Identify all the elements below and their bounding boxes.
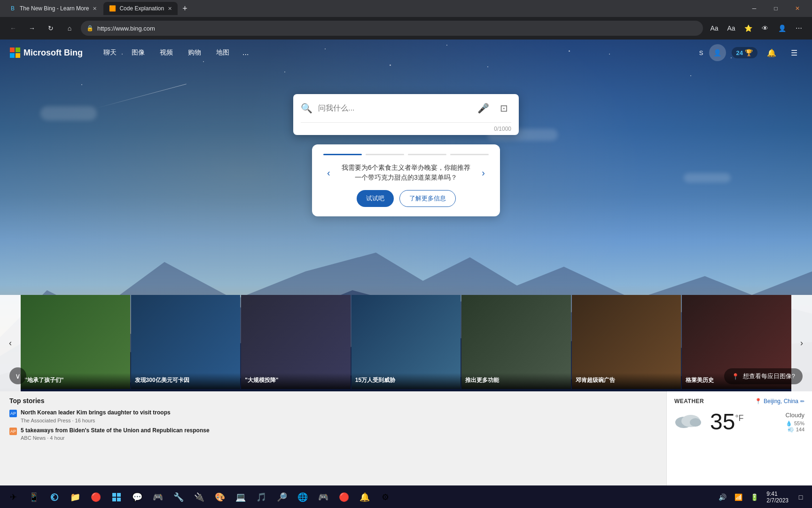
taskbar-tools-icon[interactable]: 🔧 xyxy=(169,488,188,507)
prompt-card-content: ‹ 我需要为6个素食主义者举办晚宴，你能推荐一个带巧克力甜点的3道菜菜单吗？ › xyxy=(323,163,489,183)
news-card-6[interactable]: 邓肯超级碗广告 xyxy=(572,295,681,389)
taskbar-volume-icon[interactable]: 🔊 xyxy=(715,490,730,505)
taskbar-notification-icon[interactable]: 🔔 xyxy=(355,488,374,507)
svg-rect-10 xyxy=(117,498,121,501)
camera-search-button[interactable]: ⊡ xyxy=(496,101,511,116)
user-avatar-button[interactable]: 👤 xyxy=(709,44,726,61)
bing-nav-links: 聊天 图像 视频 购物 地图 ... xyxy=(97,45,253,61)
notifications-button[interactable]: 🔔 xyxy=(763,44,780,61)
address-bar[interactable]: 🔒 https://www.bing.com xyxy=(81,21,703,36)
new-tab-button[interactable]: + xyxy=(179,4,191,14)
news-card-5[interactable]: 推出更多功能 xyxy=(461,295,571,389)
taskbar-chat-icon[interactable]: 💬 xyxy=(128,488,147,507)
settings-button[interactable]: ⋯ xyxy=(791,21,806,36)
back-button[interactable]: ← xyxy=(6,21,21,36)
news-card-1[interactable]: "地承了孩子们" xyxy=(21,295,130,389)
account-button[interactable]: 👤 xyxy=(774,21,789,36)
read-aloud-button[interactable]: Aa xyxy=(707,21,722,36)
taskbar-search-icon[interactable]: 🔎 xyxy=(273,488,291,507)
close-button[interactable]: ✕ xyxy=(787,0,808,17)
view-image-label: 想查看每应日图像? xyxy=(743,372,795,381)
news-card-title-3: "大规模投降" xyxy=(245,377,347,384)
nav-maps[interactable]: 地图 xyxy=(210,45,236,61)
taskbar-battery-icon[interactable]: 🔋 xyxy=(747,490,762,505)
forward-button[interactable]: → xyxy=(24,21,39,36)
taskbar-computer-icon[interactable]: 💻 xyxy=(231,488,250,507)
search-counter: 0/1000 xyxy=(494,126,511,132)
immersive-reader-button[interactable]: Aa xyxy=(724,21,739,36)
search-area: 🔍 🎤 ⊡ 0/1000 ‹ 我需要为6个素食主义者举办晚宴，你能推荐一个带巧克… xyxy=(0,94,812,216)
taskbar-explorer-icon[interactable]: 📁 xyxy=(66,488,85,507)
favorites-button[interactable]: ⭐ xyxy=(741,21,756,36)
news-card-overlay-5: 推出更多功能 xyxy=(461,373,571,389)
taskbar-red-icon-1[interactable]: 🔴 xyxy=(86,488,105,507)
try-it-button[interactable]: 试试吧 xyxy=(357,190,394,207)
taskbar-edge-icon[interactable] xyxy=(45,488,64,507)
taskbar-show-desktop[interactable]: □ xyxy=(793,490,808,505)
prompt-prev-arrow[interactable]: ‹ xyxy=(323,164,334,182)
news-card-title-5: 推出更多功能 xyxy=(465,377,567,384)
edit-location-icon[interactable]: ✏ xyxy=(800,398,804,405)
lock-icon: 🔒 xyxy=(86,25,94,32)
svg-point-6 xyxy=(690,418,701,427)
weather-location[interactable]: 📍 Beijing, China ✏ xyxy=(755,398,804,405)
search-input[interactable] xyxy=(318,104,470,112)
taskbar-airplane-icon[interactable]: ✈ xyxy=(4,488,23,507)
svg-rect-8 xyxy=(117,493,121,497)
nav-chat[interactable]: 聊天 xyxy=(97,45,123,61)
taskbar-art-icon[interactable]: 🎨 xyxy=(211,488,229,507)
maximize-button[interactable]: □ xyxy=(765,0,787,17)
svg-rect-1 xyxy=(16,48,20,52)
home-button[interactable]: ⌂ xyxy=(62,21,77,36)
nav-more-button[interactable]: ... xyxy=(238,45,253,61)
nav-videos[interactable]: 视频 xyxy=(153,45,180,61)
top-stories-panel: Top stories AP North Korean leader Kim b… xyxy=(0,391,666,485)
tab-close-bing[interactable]: ✕ xyxy=(93,6,97,12)
microsoft-icon xyxy=(9,47,21,58)
weather-header: WEATHER 📍 Beijing, China ✏ xyxy=(674,398,804,405)
taskbar-network-icon[interactable]: 📶 xyxy=(731,490,746,505)
news-card-4[interactable]: 15万人受到威胁 xyxy=(351,295,461,389)
story-item-1[interactable]: AP North Korean leader Kim brings daught… xyxy=(9,409,657,423)
taskbar-globe-icon[interactable]: 🌐 xyxy=(293,488,312,507)
refresh-button[interactable]: ↻ xyxy=(43,21,58,36)
tab-code-explanation[interactable]: 🟧 Code Explanation ✕ xyxy=(103,2,178,15)
taskbar-windows-icon[interactable] xyxy=(107,488,126,507)
news-card-2[interactable]: 发现300亿美元可卡因 xyxy=(131,295,241,389)
story-item-2[interactable]: AP 5 takeaways from Biden's State of the… xyxy=(9,427,657,441)
tab-close-code[interactable]: ✕ xyxy=(168,6,172,12)
nav-images[interactable]: 图像 xyxy=(125,45,151,61)
nav-shopping[interactable]: 购物 xyxy=(181,45,208,61)
weather-description: Cloudy xyxy=(786,412,804,419)
bing-logo[interactable]: Microsoft Bing xyxy=(9,47,83,58)
minimize-button[interactable]: ─ xyxy=(743,0,765,17)
collections-button[interactable]: 👁 xyxy=(757,21,773,36)
tab-label-code: Code Explanation xyxy=(119,5,164,12)
top-stories-title: Top stories xyxy=(9,397,657,405)
weather-unit: °F xyxy=(735,413,743,423)
tab-bar: B The New Bing - Learn More ✕ 🟧 Code Exp… xyxy=(0,0,812,17)
taskbar-game-icon[interactable]: 🎮 xyxy=(148,488,167,507)
taskbar-music-icon[interactable]: 🎵 xyxy=(252,488,271,507)
taskbar-settings-icon[interactable]: ⚙ xyxy=(376,488,395,507)
news-card-3[interactable]: "大规模投降" xyxy=(241,295,351,389)
scroll-down-button[interactable]: ∨ xyxy=(9,367,26,384)
tab-favicon-bing: B xyxy=(9,5,16,12)
taskbar-plugin-icon[interactable]: 🔌 xyxy=(190,488,209,507)
learn-more-button[interactable]: 了解更多信息 xyxy=(399,190,456,207)
search-icon: 🔍 xyxy=(301,103,312,114)
taskbar-game2-icon[interactable]: 🎮 xyxy=(314,488,333,507)
search-box-container: 🔍 🎤 ⊡ 0/1000 xyxy=(293,94,519,135)
microphone-button[interactable]: 🎤 xyxy=(476,101,491,116)
prompt-next-arrow[interactable]: › xyxy=(478,164,489,182)
svg-rect-2 xyxy=(10,53,15,58)
taskbar-red-circle-icon[interactable]: 🔴 xyxy=(335,488,353,507)
prompt-buttons: 试试吧 了解更多信息 xyxy=(323,190,489,207)
view-daily-image-button[interactable]: 📍 想查看每应日图像? xyxy=(724,368,803,384)
taskbar-tablet-icon[interactable]: 📱 xyxy=(24,488,43,507)
tab-the-new-bing[interactable]: B The New Bing - Learn More ✕ xyxy=(4,2,102,15)
taskbar-clock[interactable]: 9:41 2/7/2023 xyxy=(763,491,792,504)
weather-widget: WEATHER 📍 Beijing, China ✏ xyxy=(666,391,812,485)
rewards-badge[interactable]: 24 🏆 xyxy=(732,47,757,58)
menu-button[interactable]: ☰ xyxy=(786,44,803,61)
